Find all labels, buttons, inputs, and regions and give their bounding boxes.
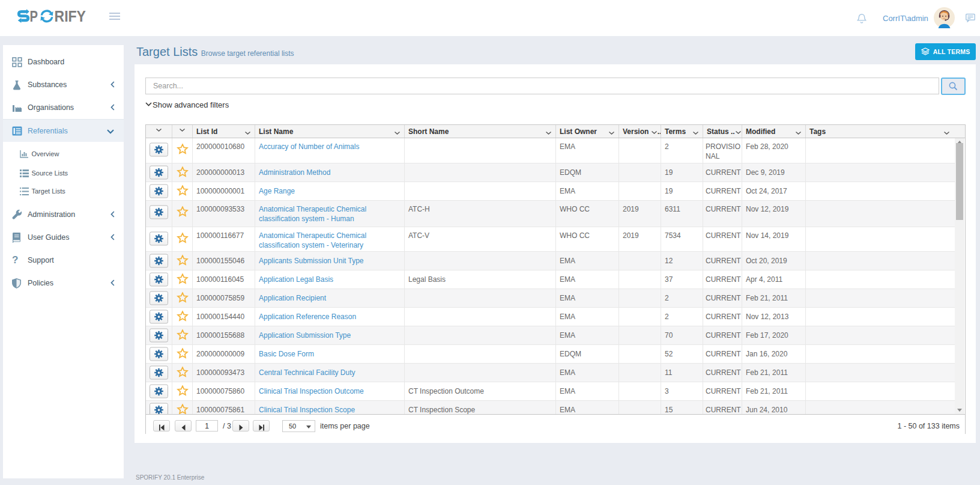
svg-text:RIFY: RIFY [55, 7, 86, 25]
svg-text:P: P [30, 7, 38, 25]
